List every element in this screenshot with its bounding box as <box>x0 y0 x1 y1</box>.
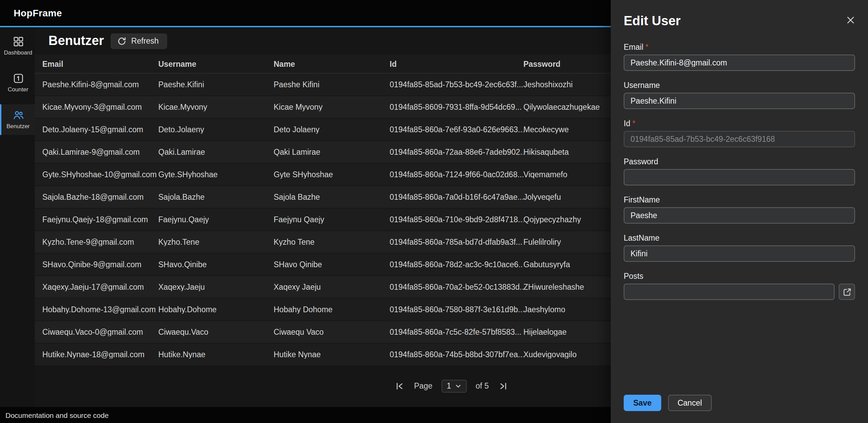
save-button[interactable]: Save <box>624 394 661 411</box>
username-label: Username <box>624 81 855 89</box>
firstname-field[interactable] <box>624 207 855 224</box>
table-cell: Gyte.SHyhoshae <box>158 170 274 179</box>
chevron-down-icon <box>455 383 461 389</box>
email-label: Email* <box>624 43 855 51</box>
table-cell: Gyte SHyhoshae <box>274 170 390 179</box>
posts-label: Posts <box>624 272 855 280</box>
people-icon <box>13 110 24 121</box>
table-cell: Qaki.Lamirae-9@gmail.com <box>42 148 158 156</box>
refresh-button-label: Refresh <box>131 37 159 45</box>
table-cell: 0194fa85-860a-74b5-b8bd-307bf7ea... <box>390 350 523 359</box>
table-cell: 0194fa85-860a-78d2-ac3c-9c10ace6... <box>390 260 523 269</box>
lastname-field[interactable] <box>624 245 855 262</box>
table-cell: 0194fa85-860a-710e-9bd9-2d8f4718... <box>390 215 523 224</box>
documentation-link[interactable]: Documentation and source code <box>5 411 108 419</box>
table-cell: Faejynu.Qaejy <box>158 215 274 224</box>
table-cell: Kyzho.Tene-9@gmail.com <box>42 238 158 246</box>
table-cell: Paeshe Kifini <box>274 80 390 89</box>
table-cell: 0194fa85-860a-70a2-be52-0c13883d... <box>390 283 523 291</box>
edit-user-panel: Edit User Email* Username Id* Password <box>611 0 868 423</box>
table-cell: 0194fa85-860a-7580-887f-3e161d9b... <box>390 305 523 314</box>
password-field[interactable] <box>624 169 855 185</box>
cancel-button[interactable]: Cancel <box>668 394 712 411</box>
last-page-icon <box>499 381 508 390</box>
posts-field[interactable] <box>624 284 835 300</box>
table-cell: Xaqexy.Jaeju-17@gmail.com <box>42 283 158 291</box>
lastname-label: LastName <box>624 234 855 242</box>
firstname-label: FirstName <box>624 196 855 204</box>
table-cell: Sajola Bazhe <box>274 193 390 201</box>
first-page-button[interactable] <box>394 380 405 392</box>
table-cell: Sajola.Bazhe <box>158 193 274 201</box>
refresh-button[interactable]: Refresh <box>111 33 167 49</box>
table-cell: Hobahy.Dohome-13@gmail.com <box>42 305 158 314</box>
table-cell: 0194fa85-860a-7a0d-b16f-6c47a9ae... <box>390 193 523 201</box>
table-cell: 0194fa85-860a-72aa-88e6-7adeb902... <box>390 148 523 156</box>
email-field[interactable] <box>624 55 855 71</box>
sidebar-item-counter[interactable]: Counter <box>0 67 35 98</box>
table-cell: Kyzho.Tene <box>158 238 274 246</box>
table-cell: SHavo.Qinibe <box>158 260 274 269</box>
table-cell: 0194fa85-860a-785a-bd7d-dfab9a3f... <box>390 238 523 246</box>
email-field-group: Email* <box>624 43 855 71</box>
table-cell: Ciwaequ.Vaco-0@gmail.com <box>42 328 158 336</box>
close-icon <box>846 16 855 27</box>
external-link-icon <box>842 287 851 296</box>
total-pages: 5 <box>484 382 489 390</box>
column-header-id: Id <box>390 60 523 68</box>
counter-icon <box>13 73 24 84</box>
refresh-icon <box>118 36 127 45</box>
table-cell: Paeshe.Kifini <box>158 80 274 89</box>
lastname-field-group: LastName <box>624 234 855 262</box>
column-header-email: Email <box>42 60 158 68</box>
password-field-group: Password <box>624 157 855 185</box>
id-field <box>624 131 855 147</box>
page-count-text: of 5 <box>476 382 489 390</box>
sidebar-item-dashboard[interactable]: Dashboard <box>0 31 35 61</box>
table-cell: 0194fa85-860a-7e6f-93a0-626e9663... <box>390 125 523 134</box>
table-cell: Deto.Jolaeny-15@gmail.com <box>42 125 158 134</box>
table-cell: Kicae.Myvony <box>158 103 274 111</box>
table-cell: Gyte.SHyhoshae-10@gmail.com <box>42 170 158 179</box>
sidebar-item-label: Counter <box>8 86 29 93</box>
table-cell: Hobahy Dohome <box>274 305 390 314</box>
panel-title: Edit User <box>624 14 855 29</box>
sidebar-item-benutzer[interactable]: Benutzer <box>0 104 35 135</box>
required-marker: * <box>646 43 649 51</box>
page-title: Benutzer <box>48 33 104 48</box>
close-panel-button[interactable] <box>844 14 857 27</box>
column-header-name: Name <box>274 60 390 68</box>
table-cell: 0194fa85-860a-7124-9f66-0ac02d68... <box>390 170 523 179</box>
table-cell: Faejynu Qaejy <box>274 215 390 224</box>
table-cell: Sajola.Bazhe-18@gmail.com <box>42 193 158 201</box>
table-cell: Kicae.Myvony-3@gmail.com <box>42 103 158 111</box>
panel-actions: Save Cancel <box>624 394 711 411</box>
table-cell: Hutike Nynae <box>274 350 390 359</box>
table-cell: 0194fa85-860a-7c5c-82fe-57bf8583... <box>390 328 523 336</box>
table-cell: Kyzho Tene <box>274 238 390 246</box>
username-field-group: Username <box>624 81 855 109</box>
username-field[interactable] <box>624 93 855 109</box>
table-cell: Deto.Jolaeny <box>158 125 274 134</box>
table-cell: Xaqexy Jaeju <box>274 283 390 291</box>
dashboard-grid-icon <box>13 36 24 47</box>
table-cell: 0194fa85-8609-7931-8ffa-9d54dc69... <box>390 103 523 111</box>
page-label: Page <box>414 382 433 390</box>
table-cell: Deto Jolaeny <box>274 125 390 134</box>
table-cell: Kicae Myvony <box>274 103 390 111</box>
last-page-button[interactable] <box>497 380 509 392</box>
table-cell: SHavo.Qinibe-9@gmail.com <box>42 260 158 269</box>
table-cell: Faejynu.Qaejy-18@gmail.com <box>42 215 158 224</box>
column-header-username: Username <box>158 60 274 68</box>
table-cell: Ciwaequ.Vaco <box>158 328 274 336</box>
sidebar-item-label: Benutzer <box>6 123 30 130</box>
table-cell: 0194fa85-85ad-7b53-bc49-2ec6c63f... <box>390 80 523 89</box>
page-number-select[interactable]: 1 <box>441 379 467 392</box>
current-page-value: 1 <box>447 382 451 390</box>
first-page-icon <box>395 381 404 390</box>
table-cell: Ciwaequ Vaco <box>274 328 390 336</box>
table-cell: Paeshe.Kifini-8@gmail.com <box>42 80 158 89</box>
open-posts-button[interactable] <box>839 284 855 300</box>
table-cell: Xaqexy.Jaeju <box>158 283 274 291</box>
sidebar: Dashboard Counter Benutzer <box>0 27 35 407</box>
